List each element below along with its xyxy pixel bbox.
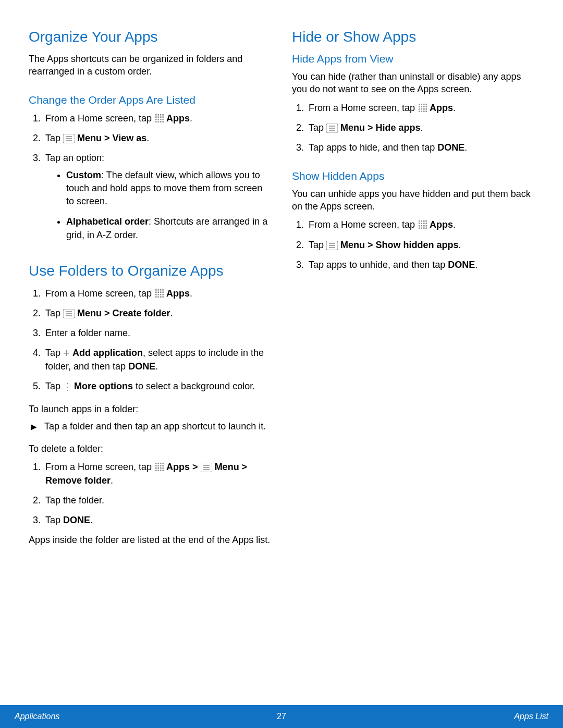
left-column: Organize Your Apps The Apps shortcuts ca… bbox=[29, 29, 271, 550]
step: Tap apps to hide, and then tap DONE. bbox=[307, 141, 534, 154]
apps-label: Apps bbox=[430, 219, 453, 230]
step: From a Home screen, tap Apps. bbox=[43, 112, 271, 125]
step-text: Tap apps to unhide, and then tap bbox=[309, 260, 448, 270]
step-text: From a Home screen, tap bbox=[45, 462, 154, 472]
heading-hide-show: Hide or Show Apps bbox=[292, 29, 534, 45]
step-text: Tap bbox=[309, 122, 326, 133]
apps-grid-icon bbox=[154, 288, 164, 298]
menu-icon bbox=[326, 124, 338, 133]
more-options-icon: ⋮ bbox=[63, 380, 71, 393]
menu-path: Menu > Show hidden apps bbox=[340, 240, 459, 250]
step: From a Home screen, tap Apps. bbox=[43, 287, 271, 300]
done-label: DONE bbox=[437, 142, 464, 153]
done-label: DONE bbox=[128, 361, 155, 372]
apps-label: Apps bbox=[430, 103, 453, 113]
apps-grid-icon bbox=[418, 219, 427, 229]
launch-folder-list: Tap a folder and then tap an app shortcu… bbox=[29, 420, 271, 433]
step-text: Tap bbox=[45, 308, 63, 318]
step: Tap + Add application, select apps to in… bbox=[43, 346, 271, 373]
show-intro: You can unhide apps you have hidden and … bbox=[292, 188, 534, 213]
step-text: Tap bbox=[45, 348, 63, 358]
step-text: From a Home screen, tap bbox=[309, 219, 418, 230]
step-text: From a Home screen, tap bbox=[45, 288, 154, 299]
step: Tap apps to unhide, and then tap DONE. bbox=[307, 258, 534, 272]
menu-icon bbox=[326, 241, 338, 250]
step: Tap DONE. bbox=[43, 513, 271, 527]
step: Tap an option: Custom: The default view,… bbox=[43, 151, 271, 242]
done-label: DONE bbox=[63, 515, 90, 525]
apps-grid-icon bbox=[154, 113, 164, 122]
step-text: Tap bbox=[45, 133, 63, 143]
page-footer: Applications 27 Apps List bbox=[0, 705, 563, 728]
step-text: Tap bbox=[45, 515, 63, 525]
step-text: From a Home screen, tap bbox=[309, 103, 418, 113]
step-text: Tap bbox=[45, 381, 63, 391]
hide-steps: From a Home screen, tap Apps. Tap Menu >… bbox=[292, 101, 534, 154]
menu-path: Menu > Hide apps bbox=[340, 122, 421, 133]
hide-intro: You can hide (rather than uninstall or d… bbox=[292, 70, 534, 96]
step-text: to select a background color. bbox=[133, 381, 255, 391]
show-steps: From a Home screen, tap Apps. Tap Menu >… bbox=[292, 218, 534, 271]
step-text: Tap apps to hide, and then tap bbox=[309, 142, 437, 153]
step-text: From a Home screen, tap bbox=[45, 113, 154, 124]
menu-icon bbox=[63, 309, 75, 318]
footer-left: Applications bbox=[15, 712, 59, 721]
done-label: DONE bbox=[448, 260, 475, 270]
heading-change-order: Change the Order Apps Are Listed bbox=[29, 94, 271, 106]
two-column-layout: Organize Your Apps The Apps shortcuts ca… bbox=[29, 29, 534, 550]
page-body: Organize Your Apps The Apps shortcuts ca… bbox=[0, 0, 563, 683]
arrow-item: Tap a folder and then tap an app shortcu… bbox=[31, 420, 271, 433]
delete-folder-steps: From a Home screen, tap Apps > Menu > Re… bbox=[29, 460, 271, 527]
add-app-label: Add application bbox=[72, 348, 143, 358]
menu-path: Menu > Create folder bbox=[77, 308, 170, 318]
step: Tap ⋮ More options to select a backgroun… bbox=[43, 379, 271, 393]
intro-text: The Apps shortcuts can be organized in f… bbox=[29, 53, 271, 78]
footer-page-number: 27 bbox=[277, 712, 286, 721]
step: From a Home screen, tap Apps. bbox=[307, 218, 534, 231]
right-column: Hide or Show Apps Hide Apps from View Yo… bbox=[292, 29, 534, 550]
step: Tap Menu > Show hidden apps. bbox=[307, 238, 534, 252]
footer-right: Apps List bbox=[514, 712, 548, 721]
after-delete-note: Apps inside the folder are listed at the… bbox=[29, 534, 271, 546]
step: Tap the folder. bbox=[43, 493, 271, 507]
step: Tap Menu > Create folder. bbox=[43, 306, 271, 320]
heading-folders: Use Folders to Organize Apps bbox=[29, 263, 271, 279]
step: Tap Menu > Hide apps. bbox=[307, 121, 534, 134]
step: Tap Menu > View as. bbox=[43, 131, 271, 145]
apps-grid-icon bbox=[418, 103, 427, 112]
option-title: Custom bbox=[66, 170, 101, 180]
menu-path: Menu > View as bbox=[77, 133, 146, 143]
option-alphabetical: Alphabetical order: Shortcuts are arrang… bbox=[66, 215, 271, 241]
step-text: Tap bbox=[309, 240, 326, 250]
menu-icon bbox=[63, 134, 75, 143]
step-text: Tap an option: bbox=[45, 153, 104, 163]
option-title: Alphabetical order bbox=[66, 216, 149, 227]
options-list: Custom: The default view, which allows y… bbox=[45, 169, 271, 242]
apps-grid-icon bbox=[154, 462, 164, 471]
step: From a Home screen, tap Apps > Menu > Re… bbox=[43, 460, 271, 487]
apps-label: Apps bbox=[166, 288, 190, 299]
heading-hide-apps: Hide Apps from View bbox=[292, 53, 534, 65]
option-custom: Custom: The default view, which allows y… bbox=[66, 169, 271, 208]
step: From a Home screen, tap Apps. bbox=[307, 101, 534, 115]
folders-steps: From a Home screen, tap Apps. Tap Menu >… bbox=[29, 287, 271, 394]
apps-path: Apps > bbox=[166, 462, 201, 472]
delete-folder-lead: To delete a folder: bbox=[29, 442, 271, 455]
apps-label: Apps bbox=[166, 113, 190, 124]
more-label: More options bbox=[74, 381, 133, 391]
heading-show-hidden: Show Hidden Apps bbox=[292, 170, 534, 182]
heading-organize: Organize Your Apps bbox=[29, 29, 271, 45]
plus-icon: + bbox=[63, 350, 70, 356]
launch-folder-lead: To launch apps in a folder: bbox=[29, 403, 271, 415]
step: Enter a folder name. bbox=[43, 326, 271, 340]
change-order-steps: From a Home screen, tap Apps. Tap Menu >… bbox=[29, 112, 271, 242]
menu-icon bbox=[201, 463, 212, 472]
